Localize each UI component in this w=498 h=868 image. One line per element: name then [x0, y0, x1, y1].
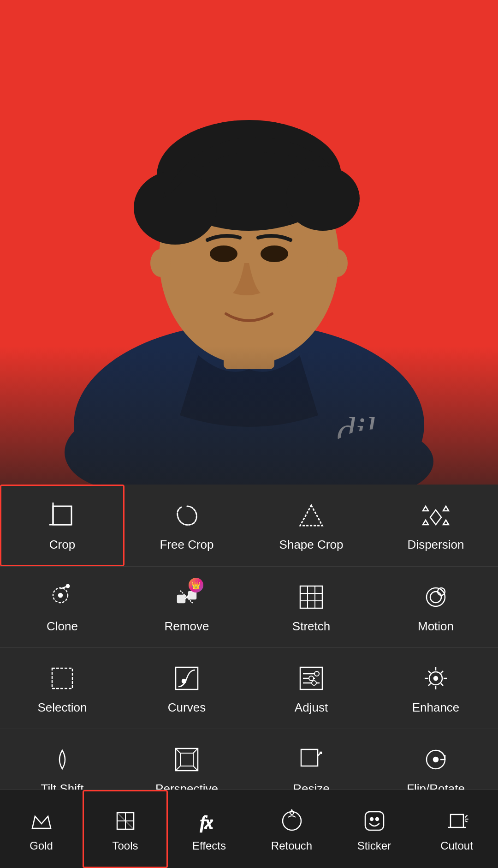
svg-marker-17 [423, 506, 428, 511]
effects-icon: fx [195, 806, 224, 836]
dispersion-label: Dispersion [408, 538, 464, 552]
tool-free-crop[interactable]: Free Crop [125, 485, 249, 566]
svg-rect-27 [300, 586, 322, 608]
tool-enhance[interactable]: Enhance [374, 648, 498, 729]
svg-line-57 [176, 748, 180, 753]
nav-retouch[interactable]: Retouch [250, 790, 333, 868]
svg-line-60 [193, 766, 198, 771]
selection-icon [46, 662, 79, 695]
enhance-icon [419, 662, 452, 695]
svg-point-9 [261, 245, 288, 262]
photo-canvas: dil [0, 0, 498, 485]
tools-panel: Crop Free Crop Shape Crop [0, 485, 498, 868]
nav-gold-label: Gold [30, 839, 53, 852]
tool-curves[interactable]: Curves [125, 648, 249, 729]
tools-icon [111, 806, 140, 836]
svg-point-22 [59, 593, 62, 597]
svg-point-24 [66, 584, 70, 588]
svg-point-34 [438, 588, 445, 595]
svg-line-51 [441, 683, 443, 686]
svg-line-50 [428, 671, 431, 673]
perspective-icon [170, 743, 203, 776]
nav-sticker[interactable]: Sticker [333, 790, 415, 868]
svg-point-43 [309, 676, 314, 681]
flip-rotate-icon [419, 743, 452, 776]
tool-selection[interactable]: Selection [0, 648, 125, 729]
tool-stretch[interactable]: Stretch [249, 567, 374, 647]
tool-clone[interactable]: Clone [0, 567, 125, 647]
svg-point-44 [312, 681, 316, 685]
enhance-label: Enhance [412, 700, 460, 715]
svg-line-52 [441, 671, 443, 673]
nav-effects[interactable]: fx Effects [168, 790, 250, 868]
sticker-icon [360, 806, 389, 836]
stretch-label: Stretch [292, 619, 330, 634]
nav-sticker-label: Sticker [357, 839, 391, 852]
svg-rect-73 [365, 812, 384, 830]
tool-motion[interactable]: Motion [374, 567, 498, 647]
clone-label: Clone [47, 619, 78, 634]
tools-row-1: Crop Free Crop Shape Crop [0, 485, 498, 567]
svg-marker-18 [443, 506, 449, 511]
clone-icon [46, 581, 79, 614]
svg-point-6 [150, 249, 171, 277]
svg-point-54 [434, 676, 438, 680]
svg-point-42 [314, 671, 319, 676]
free-crop-icon [170, 499, 203, 532]
tools-row-3: Selection Curves [0, 648, 498, 729]
svg-rect-13 [53, 506, 71, 525]
crop-icon [46, 499, 79, 532]
nav-cutout[interactable]: Cutout [415, 790, 498, 868]
adjust-label: Adjust [295, 700, 328, 715]
resize-icon [295, 743, 328, 776]
svg-rect-56 [180, 753, 193, 766]
svg-point-8 [210, 245, 237, 262]
selection-label: Selection [38, 700, 87, 715]
nav-effects-label: Effects [192, 839, 226, 852]
photo-gradient-overlay [0, 346, 498, 485]
svg-rect-35 [52, 668, 72, 688]
curves-label: Curves [168, 700, 206, 715]
svg-line-53 [428, 683, 431, 686]
svg-point-37 [182, 679, 186, 683]
svg-line-59 [176, 766, 180, 771]
tilt-shift-icon [46, 743, 79, 776]
svg-marker-20 [443, 520, 449, 525]
curves-icon [170, 662, 203, 695]
svg-marker-19 [423, 520, 428, 525]
svg-rect-61 [301, 749, 318, 766]
nav-tools[interactable]: Tools [83, 790, 168, 868]
cutout-icon [442, 806, 472, 836]
shape-crop-icon [295, 499, 328, 532]
retouch-icon [277, 806, 307, 836]
svg-point-33 [430, 592, 441, 603]
tool-crop[interactable]: Crop [0, 485, 125, 566]
svg-point-74 [370, 818, 373, 820]
motion-label: Motion [418, 619, 454, 634]
svg-point-32 [427, 588, 445, 606]
motion-icon [419, 581, 452, 614]
nav-retouch-label: Retouch [271, 839, 312, 852]
dispersion-icon [419, 499, 452, 532]
svg-point-64 [433, 757, 438, 762]
premium-badge: 👑 [189, 578, 203, 593]
bottom-nav: Gold Tools fx Effects [0, 790, 498, 868]
nav-tools-label: Tools [112, 839, 138, 852]
adjust-icon [295, 662, 328, 695]
svg-line-58 [193, 748, 198, 753]
tool-remove[interactable]: 👑 Remove [125, 567, 249, 647]
tool-dispersion[interactable]: Dispersion [374, 485, 498, 566]
svg-point-75 [376, 818, 379, 820]
tools-row-2: Clone 👑 Remove [0, 567, 498, 648]
tool-shape-crop[interactable]: Shape Crop [249, 485, 374, 566]
svg-text:fx: fx [200, 813, 213, 832]
stretch-icon [295, 581, 328, 614]
nav-cutout-label: Cutout [440, 839, 473, 852]
svg-marker-16 [430, 510, 441, 525]
svg-rect-26 [189, 592, 196, 599]
tool-adjust[interactable]: Adjust [249, 648, 374, 729]
nav-gold[interactable]: Gold [0, 790, 83, 868]
svg-point-5 [286, 166, 360, 231]
crop-label: Crop [49, 538, 75, 552]
svg-point-7 [327, 249, 348, 277]
